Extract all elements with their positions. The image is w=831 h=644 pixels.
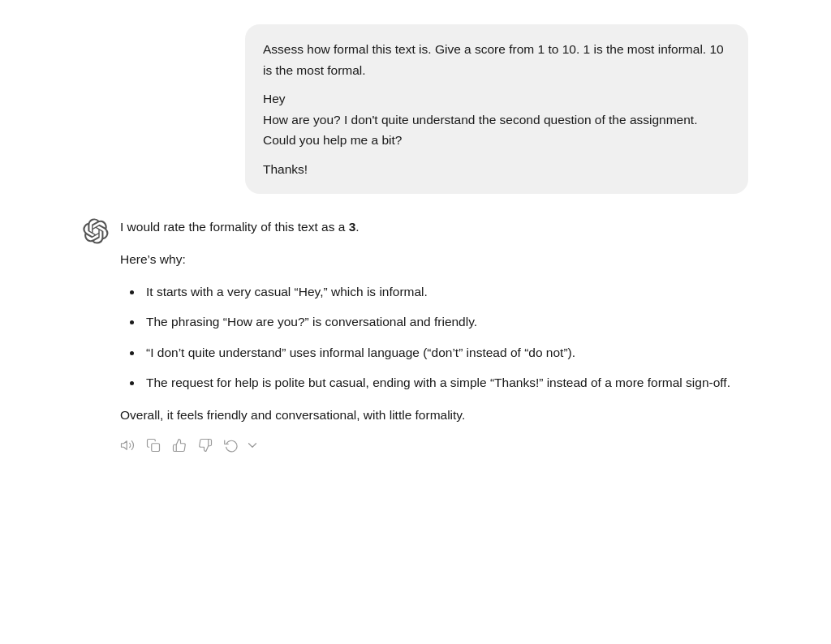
chat-container: Assess how formal this text is. Give a s… xyxy=(67,0,764,501)
thumbs-up-icon[interactable] xyxy=(172,438,187,453)
thumbs-up-svg xyxy=(172,438,187,453)
list-item: The phrasing “How are you?” is conversat… xyxy=(143,311,748,333)
user-message-wrapper: Assess how formal this text is. Give a s… xyxy=(83,24,748,194)
list-item: “I don’t quite understand” uses informal… xyxy=(143,342,748,363)
overall-text: Overall, it feels friendly and conversat… xyxy=(120,405,748,426)
volume-svg xyxy=(120,438,135,453)
user-message-line-2: HeyHow are you? I don't quite understand… xyxy=(263,88,730,151)
ai-message-wrapper: I would rate the formality of this text … xyxy=(83,217,748,453)
copy-svg xyxy=(146,438,161,453)
chevron-down-svg xyxy=(245,438,260,453)
rating-text-after: . xyxy=(355,220,359,234)
copy-icon[interactable] xyxy=(146,438,161,453)
thumbs-down-icon[interactable] xyxy=(198,438,213,453)
volume-icon[interactable] xyxy=(120,438,135,453)
action-bar xyxy=(120,438,748,453)
user-bubble: Assess how formal this text is. Give a s… xyxy=(245,24,748,194)
user-message-line-1: Assess how formal this text is. Give a s… xyxy=(263,39,730,80)
refresh-svg xyxy=(224,438,239,453)
thumbs-down-svg xyxy=(198,438,213,453)
bullet-list: It starts with a very casual “Hey,” whic… xyxy=(127,281,748,393)
rating-paragraph: I would rate the formality of this text … xyxy=(120,217,748,238)
heres-why: Here’s why: xyxy=(120,249,748,270)
list-item: The request for help is polite but casua… xyxy=(143,372,748,393)
svg-marker-0 xyxy=(122,441,127,450)
svg-rect-1 xyxy=(152,444,160,452)
ai-content: I would rate the formality of this text … xyxy=(120,217,748,453)
refresh-icon[interactable] xyxy=(224,438,239,453)
list-item: It starts with a very casual “Hey,” whic… xyxy=(143,281,748,303)
user-message-line-3: Thanks! xyxy=(263,159,730,180)
rating-text-before: I would rate the formality of this text … xyxy=(120,220,349,234)
ai-avatar xyxy=(83,218,109,244)
openai-icon xyxy=(83,218,109,244)
chevron-down-icon[interactable] xyxy=(245,438,260,453)
